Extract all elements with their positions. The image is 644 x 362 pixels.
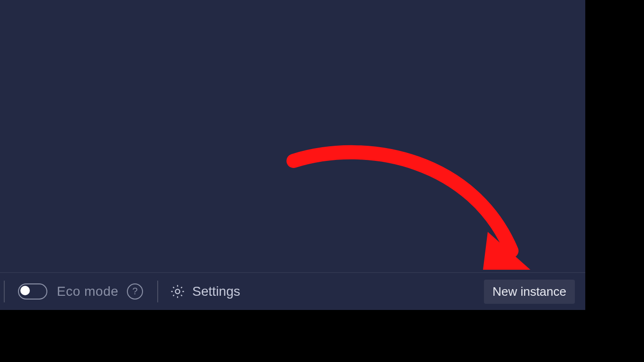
gear-icon xyxy=(170,283,186,300)
svg-point-0 xyxy=(176,289,180,293)
toggle-icon xyxy=(20,286,30,295)
bottom-bar: Eco mode ? Settings New instance xyxy=(0,272,585,310)
annotation-arrow xyxy=(284,142,549,284)
new-instance-button[interactable]: New instance xyxy=(484,280,575,304)
eco-mode-label: Eco mode xyxy=(57,284,118,299)
separator xyxy=(4,281,5,302)
eco-mode-toggle[interactable] xyxy=(18,283,47,300)
settings-label: Settings xyxy=(192,284,240,299)
app-window: Eco mode ? Settings New instance xyxy=(0,0,585,310)
settings-button[interactable]: Settings xyxy=(170,283,240,300)
new-instance-label: New instance xyxy=(492,284,566,299)
svg-marker-1 xyxy=(483,232,530,270)
separator xyxy=(157,281,158,302)
help-icon[interactable]: ? xyxy=(127,283,143,300)
